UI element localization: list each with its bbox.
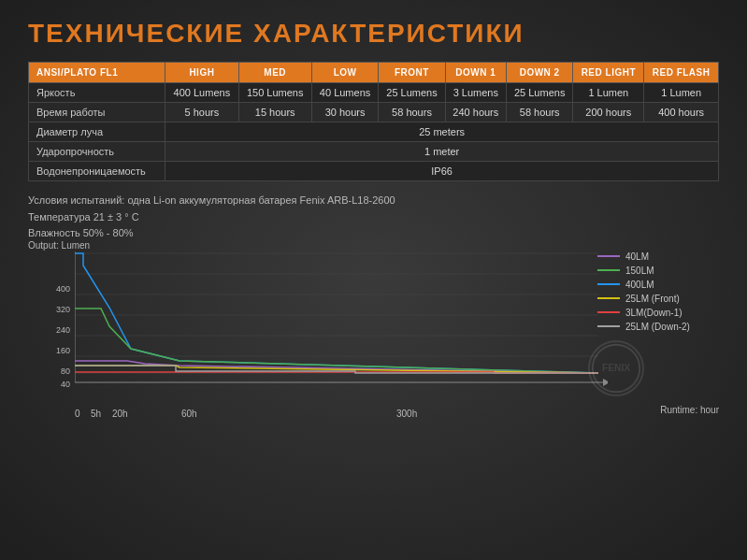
cell: 1 Lumen bbox=[573, 83, 644, 103]
col-header-6: DOWN 2 bbox=[506, 63, 572, 83]
legend-label-400lm: 400LM bbox=[625, 280, 654, 290]
cell: 150 Lumens bbox=[238, 83, 311, 103]
table-row: Время работы 5 hours 15 hours 30 hours 5… bbox=[29, 103, 719, 122]
table-row: Водонепроницаемость IP66 bbox=[29, 162, 719, 181]
y-tick-160: 160 bbox=[56, 346, 70, 355]
cell: 15 hours bbox=[238, 103, 311, 122]
legend-label-150lm: 150LM bbox=[625, 266, 654, 276]
cell: 25 Lumens bbox=[379, 83, 445, 103]
y-tick-240: 240 bbox=[56, 325, 70, 335]
legend-label-25lm-front: 25LM (Front) bbox=[625, 294, 680, 304]
legend-label-3lm: 3LM(Down-1) bbox=[625, 308, 682, 318]
cell: 1 Lumen bbox=[644, 83, 719, 103]
legend-item-150lm: 150LM bbox=[597, 266, 719, 276]
row-label: Водонепроницаемость bbox=[29, 162, 165, 181]
chart-container: Output: Lumen 400 320 240 160 80 40 bbox=[28, 251, 719, 424]
col-header-2: MED bbox=[238, 63, 311, 83]
x-tick-0: 0 bbox=[75, 409, 80, 419]
table-row: Ударопрочность 1 meter bbox=[29, 142, 719, 162]
svg-text:FENIX: FENIX bbox=[602, 363, 630, 373]
y-tick-320: 320 bbox=[56, 305, 70, 314]
row-label: Ударопрочность bbox=[29, 142, 165, 162]
legend-color-25lm-down2 bbox=[597, 325, 620, 327]
cell: 5 hours bbox=[165, 103, 238, 122]
cell: 40 Lumens bbox=[311, 83, 378, 103]
cell-merged: IP66 bbox=[165, 162, 719, 181]
legend-label-25lm-down2: 25LM (Down-2) bbox=[625, 322, 690, 332]
notes-line1: Условия испытаний: одна Li-on аккумулято… bbox=[28, 193, 719, 209]
page-title: ТЕХНИЧЕСКИЕ ХАРАКТЕРИСТИКИ bbox=[28, 19, 719, 49]
cell: 58 hours bbox=[506, 103, 572, 122]
table-header-row: ANSI/PLATO FL1 HIGH MED LOW FRONT DOWN 1… bbox=[29, 63, 719, 83]
cell: 30 hours bbox=[311, 103, 378, 122]
y-axis: Output: Lumen 400 320 240 160 80 40 bbox=[28, 251, 75, 401]
specs-table: ANSI/PLATO FL1 HIGH MED LOW FRONT DOWN 1… bbox=[28, 62, 719, 181]
table-row: Яркость 400 Lumens 150 Lumens 40 Lumens … bbox=[29, 83, 719, 103]
x-axis-title: Runtime: hour bbox=[660, 405, 719, 415]
legend-color-25lm-front bbox=[597, 297, 620, 299]
cell: 240 hours bbox=[445, 103, 506, 122]
col-header-4: FRONT bbox=[379, 63, 445, 83]
table-row: Диаметр луча 25 meters bbox=[29, 122, 719, 142]
x-tick-20h: 20h bbox=[112, 409, 128, 419]
x-tick-5h: 5h bbox=[91, 409, 101, 419]
x-tick-300h: 300h bbox=[396, 409, 417, 419]
cell-merged: 1 meter bbox=[165, 142, 719, 162]
cell: 400 Lumens bbox=[165, 83, 238, 103]
legend-item-25lm-down2: 25LM (Down-2) bbox=[597, 322, 719, 332]
y-tick-40: 40 bbox=[61, 380, 70, 389]
row-label: Яркость bbox=[29, 83, 165, 103]
notes-section: Условия испытаний: одна Li-on аккумулято… bbox=[28, 193, 719, 242]
notes-line2: Температура 21 ± 3 ° C bbox=[28, 209, 719, 226]
chart-legend: 40LM 150LM 400LM 25LM (Front) 3LM(Down-1… bbox=[597, 251, 719, 332]
y-axis-title: Output: Lumen bbox=[28, 240, 90, 251]
y-tick-400: 400 bbox=[56, 284, 70, 294]
x-tick-60h: 60h bbox=[181, 409, 197, 419]
col-header-0: ANSI/PLATO FL1 bbox=[29, 63, 165, 83]
legend-item-25lm-front: 25LM (Front) bbox=[597, 294, 719, 304]
col-header-1: HIGH bbox=[165, 63, 238, 83]
row-label: Диаметр луча bbox=[29, 122, 165, 142]
legend-item-400lm: 400LM bbox=[597, 280, 719, 290]
chart-svg bbox=[75, 251, 608, 401]
cell: 25 Lumens bbox=[506, 83, 572, 103]
cell: 3 Lumens bbox=[445, 83, 506, 103]
y-tick-80: 80 bbox=[61, 366, 70, 376]
cell: 58 hours bbox=[379, 103, 445, 122]
watermark: FENIX bbox=[588, 340, 644, 396]
col-header-8: RED FLASH bbox=[644, 63, 719, 83]
legend-label-40lm: 40LM bbox=[625, 251, 649, 262]
col-header-7: RED LIGHT bbox=[573, 63, 644, 83]
legend-color-40lm bbox=[597, 255, 620, 257]
cell: 400 hours bbox=[644, 103, 719, 122]
legend-color-400lm bbox=[597, 283, 620, 285]
cell: 200 hours bbox=[573, 103, 644, 122]
legend-item-40lm: 40LM bbox=[597, 251, 719, 262]
notes-line3: Влажность 50% - 80% bbox=[28, 225, 719, 242]
col-header-5: DOWN 1 bbox=[445, 63, 506, 83]
legend-item-3lm: 3LM(Down-1) bbox=[597, 308, 719, 318]
page-container: ТЕХНИЧЕСКИЕ ХАРАКТЕРИСТИКИ ANSI/PLATO FL… bbox=[0, 0, 747, 560]
legend-color-3lm bbox=[597, 311, 620, 313]
legend-color-150lm bbox=[597, 269, 620, 271]
cell-merged: 25 meters bbox=[165, 122, 719, 142]
row-label: Время работы bbox=[29, 103, 165, 122]
col-header-3: LOW bbox=[311, 63, 378, 83]
